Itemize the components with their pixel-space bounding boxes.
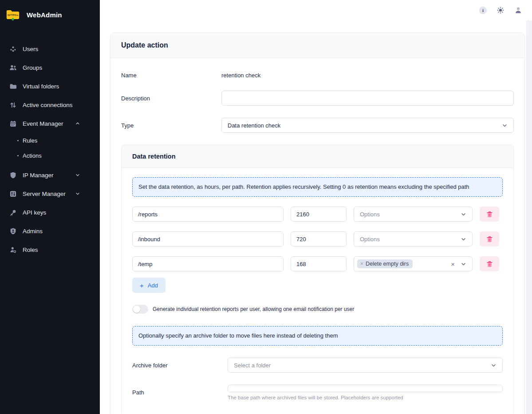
plus-icon: + [140,282,144,289]
chevron-down-icon [75,191,80,196]
archive-folder-placeholder: Select a folder [234,362,271,369]
card-body: Name retention check Description Type Da… [110,58,524,414]
sidebar-item-label: Active connections [23,102,73,108]
options-placeholder: Options [360,211,380,218]
sidebar-item-active-connections[interactable]: Active connections [0,96,100,114]
reports-toggle[interactable] [132,305,148,314]
theme-icon[interactable] [497,6,504,14]
retention-options-select[interactable]: × Delete empty dirs × [354,256,473,271]
retention-path-input[interactable] [132,231,284,247]
delete-row-button[interactable] [480,207,499,222]
archive-folder-label: Archive folder [132,362,228,369]
retention-row: × Delete empty dirs × [132,256,503,271]
remove-tag-icon[interactable]: × [360,261,363,267]
description-label: Description [121,95,221,102]
chevron-down-icon [75,172,80,178]
sidebar-item-label: Roles [23,247,38,253]
type-select[interactable]: Data retention check [221,118,514,133]
toggle-knob [133,306,140,313]
sidebar-item-users[interactable]: Users [0,40,100,58]
trash-icon [486,211,493,218]
archive-folder-select[interactable]: Select a folder [228,358,503,373]
data-retention-header: Data retention [122,145,513,168]
retention-options-select[interactable]: Options [354,207,473,222]
sidebar-item-label: Event Manager [23,120,63,127]
type-select-value: Data retention check [228,122,280,129]
delete-row-button[interactable] [480,256,499,271]
sliders-icon [9,190,17,198]
sidebar-item-rules[interactable]: Rules [0,133,100,148]
clear-select-icon[interactable]: × [451,261,455,267]
app-title: WebAdmin [27,11,62,19]
trash-icon [486,236,493,243]
archive-path-label: Path [132,389,228,396]
admin-shield-icon [9,227,17,235]
archive-folder-row: Archive folder Select a folder [132,358,503,373]
retention-options-select[interactable]: Options [354,231,473,247]
sidebar-item-actions[interactable]: Actions [0,148,100,163]
archive-path-row: Path The base path where archived files … [132,385,503,400]
topbar: i [100,0,532,20]
page-title: Update action [121,41,514,49]
sidebar-item-roles[interactable]: Roles [0,240,100,259]
brand[interactable]: SFTPGo WebAdmin [0,4,100,24]
chevron-down-icon [461,211,466,217]
selected-option-tag: × Delete empty dirs [357,259,413,268]
trash-icon [486,261,493,267]
sidebar-item-label: IP Manager [23,172,54,179]
sidebar-item-ip-manager[interactable]: IP Manager [0,166,100,184]
sidebar-item-label: Server Manager [23,191,66,197]
sidebar: SFTPGo WebAdmin Users Groups Virtual fol… [0,0,100,414]
update-action-card: Update action Name retention check Descr… [110,32,525,414]
shield-icon [9,171,17,179]
chevron-down-icon [502,123,508,128]
data-retention-title: Data retention [132,153,503,160]
retention-hours-input[interactable] [291,256,347,271]
bullet-icon [17,155,19,156]
sidebar-item-api-keys[interactable]: API keys [0,203,100,222]
description-input[interactable] [221,91,514,106]
reports-toggle-label: Generate individual retention reports pe… [153,306,354,312]
sidebar-item-virtual-folders[interactable]: Virtual folders [0,77,100,96]
main-area: i Update action Name retention check D [100,0,532,414]
svg-text:SFTPGo: SFTPGo [8,13,19,16]
sidebar-item-label: Virtual folders [23,83,59,90]
name-label: Name [121,72,221,79]
key-icon [9,209,17,216]
sidebar-item-groups[interactable]: Groups [0,58,100,77]
folder-icon [9,83,17,90]
sidebar-menu: Users Groups Virtual folders Active conn… [0,40,100,259]
archive-info-box: Optionally specify an archive folder to … [132,326,503,346]
description-row: Description [121,91,514,106]
calendar-icon [9,120,17,127]
retention-path-input[interactable] [132,256,284,271]
card-header: Update action [110,33,524,58]
chevron-down-icon [461,261,466,267]
type-row: Type Data retention check [121,118,514,133]
add-row-button[interactable]: + Add [132,278,166,293]
tag-label: Delete empty dirs [366,261,409,267]
scrollbar[interactable] [526,20,532,414]
sidebar-item-event-manager[interactable]: Event Manager [0,114,100,133]
sidebar-item-label: Admins [23,228,43,235]
retention-hours-input[interactable] [291,207,347,222]
data-retention-body: Set the data retention, as hours, per pa… [122,168,513,414]
name-row: Name retention check [121,72,514,79]
sidebar-item-label: Groups [23,64,42,71]
add-button-label: Add [148,282,158,289]
sidebar-item-admins[interactable]: Admins [0,222,100,240]
content: Update action Name retention check Descr… [100,20,532,414]
info-icon[interactable]: i [479,7,487,14]
chevron-up-icon [75,121,80,126]
sidebar-item-server-manager[interactable]: Server Manager [0,184,100,203]
delete-row-button[interactable] [480,231,499,247]
groups-icon [9,64,17,72]
retention-info-box: Set the data retention, as hours, per pa… [132,177,503,197]
roles-icon [9,246,17,254]
retention-path-input[interactable] [132,207,284,222]
event-manager-submenu: Rules Actions [0,133,100,163]
user-icon[interactable] [514,6,522,14]
archive-path-input[interactable] [228,385,503,392]
sidebar-item-label: API keys [23,209,46,216]
retention-hours-input[interactable] [291,231,347,247]
